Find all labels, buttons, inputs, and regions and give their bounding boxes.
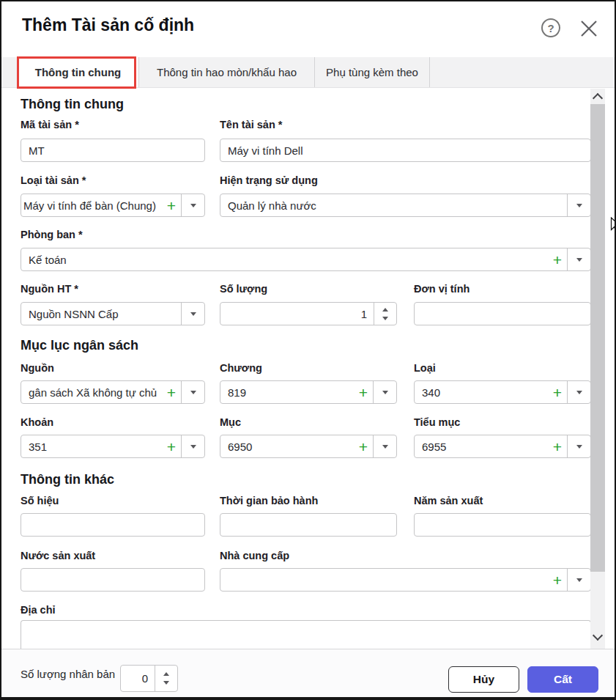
asset-name-label: Tên tài sản * bbox=[220, 119, 282, 130]
spin-up-icon[interactable] bbox=[163, 672, 169, 676]
asset-type-value: Máy vi tính để bàn (Chung) bbox=[23, 199, 156, 212]
supplier-value bbox=[220, 569, 550, 591]
add-asset-type-icon[interactable]: + bbox=[164, 194, 181, 216]
asset-type-combo[interactable]: Máy vi tính để bàn (Chung) + bbox=[21, 194, 205, 217]
usage-status-combo[interactable]: Quản lý nhà nước bbox=[220, 194, 591, 217]
chevron-down-icon[interactable] bbox=[373, 381, 396, 403]
help-icon[interactable]: ? bbox=[541, 18, 560, 37]
add-budget-source-icon[interactable]: + bbox=[164, 381, 181, 403]
chevron-down-icon[interactable] bbox=[567, 194, 590, 216]
budget-subitem-value: 6955 bbox=[415, 435, 550, 457]
budget-chapter-label: Chương bbox=[220, 362, 262, 374]
warranty-period-label: Thời gian bảo hành bbox=[220, 495, 318, 506]
mouse-cursor bbox=[610, 217, 616, 233]
quantity-input[interactable] bbox=[220, 303, 374, 325]
manufacture-year-input[interactable] bbox=[414, 513, 591, 537]
address-input[interactable] bbox=[21, 620, 591, 649]
tab-depreciation-info[interactable]: Thông tin hao mòn/khấu hao bbox=[139, 57, 315, 87]
supplier-combo[interactable]: + bbox=[220, 568, 591, 592]
budget-item-label: Mục bbox=[220, 416, 241, 428]
budget-clause-combo[interactable]: 351 + bbox=[21, 435, 205, 458]
section-heading-other: Thông tin khác bbox=[21, 472, 114, 487]
section-heading-general: Thông tin chung bbox=[21, 97, 124, 112]
budget-clause-label: Khoản bbox=[21, 416, 53, 428]
manufacture-year-label: Năm sản xuất bbox=[414, 495, 483, 506]
chevron-down-icon[interactable] bbox=[567, 381, 590, 403]
chevron-down-icon[interactable] bbox=[567, 435, 590, 457]
budget-category-value: 340 bbox=[415, 381, 550, 403]
tab-accessories[interactable]: Phụ tùng kèm theo bbox=[315, 57, 430, 87]
funding-source-combo[interactable]: Nguồn NSNN Cấp bbox=[21, 302, 205, 325]
scroll-down-icon[interactable] bbox=[593, 630, 603, 641]
supplier-label: Nhà cung cấp bbox=[220, 550, 289, 561]
budget-clause-value: 351 bbox=[21, 435, 164, 457]
add-supplier-icon[interactable]: + bbox=[550, 569, 567, 591]
department-combo[interactable]: Kế toán + bbox=[21, 248, 591, 271]
asset-code-input[interactable] bbox=[21, 139, 205, 162]
chevron-down-icon[interactable] bbox=[373, 435, 396, 457]
cancel-button[interactable]: Hủy bbox=[448, 666, 519, 693]
manufacture-country-input[interactable] bbox=[21, 568, 205, 592]
address-label: Địa chỉ bbox=[21, 604, 56, 616]
add-budget-clause-icon[interactable]: + bbox=[164, 435, 181, 457]
quantity-stepper[interactable] bbox=[220, 302, 397, 325]
budget-subitem-label: Tiểu mục bbox=[414, 416, 460, 428]
clone-count-label: Số lượng nhân bản bbox=[21, 649, 115, 699]
add-budget-item-icon[interactable]: + bbox=[356, 435, 373, 457]
budget-chapter-combo[interactable]: 819 + bbox=[220, 380, 397, 404]
asset-type-label: Loại tài sản * bbox=[21, 174, 86, 186]
add-budget-category-icon[interactable]: + bbox=[550, 381, 567, 403]
save-button[interactable]: Cất bbox=[527, 666, 598, 693]
add-budget-subitem-icon[interactable]: + bbox=[550, 435, 567, 457]
chevron-down-icon[interactable] bbox=[181, 381, 204, 403]
chevron-down-icon[interactable] bbox=[567, 569, 590, 591]
unit-input[interactable] bbox=[414, 302, 591, 325]
page-title: Thêm Tài sản cố định bbox=[22, 15, 194, 35]
budget-item-combo[interactable]: 6950 + bbox=[220, 435, 397, 458]
serial-number-input[interactable] bbox=[21, 513, 205, 537]
manufacture-country-label: Nước sản xuất bbox=[21, 550, 95, 561]
department-value: Kế toán bbox=[21, 248, 550, 270]
budget-source-value: gân sách Xã không tự chủ bbox=[21, 381, 164, 403]
add-budget-chapter-icon[interactable]: + bbox=[356, 381, 373, 403]
add-fixed-asset-dialog: Thêm Tài sản cố định ? Thông tin chung T… bbox=[0, 0, 616, 700]
budget-source-combo[interactable]: gân sách Xã không tự chủ + bbox=[21, 380, 205, 404]
usage-status-label: Hiện trạng sử dụng bbox=[220, 174, 318, 186]
funding-source-value: Nguồn NSNN Cấp bbox=[21, 303, 181, 325]
chevron-down-icon[interactable] bbox=[181, 194, 204, 216]
tab-bar: Thông tin chung Thông tin hao mòn/khấu h… bbox=[1, 57, 615, 88]
chevron-down-icon[interactable] bbox=[181, 303, 204, 325]
chevron-down-icon[interactable] bbox=[567, 248, 590, 270]
clone-count-input[interactable] bbox=[121, 666, 155, 691]
close-icon[interactable] bbox=[579, 19, 598, 38]
budget-category-label: Loại bbox=[414, 362, 436, 374]
spin-up-icon[interactable] bbox=[382, 308, 388, 312]
budget-chapter-value: 819 bbox=[220, 381, 356, 403]
funding-source-label: Nguồn HT * bbox=[21, 283, 78, 295]
budget-source-label: Nguồn bbox=[21, 362, 54, 374]
clone-count-stepper[interactable] bbox=[120, 665, 178, 692]
chevron-down-icon[interactable] bbox=[181, 435, 204, 457]
department-label: Phòng ban * bbox=[21, 229, 83, 240]
scrollbar-thumb[interactable] bbox=[590, 104, 605, 572]
spin-down-icon[interactable] bbox=[163, 681, 169, 685]
vertical-scrollbar[interactable] bbox=[590, 89, 605, 649]
warranty-period-input[interactable] bbox=[220, 513, 397, 537]
serial-number-label: Số hiệu bbox=[21, 495, 59, 506]
section-heading-budget: Mục lục ngân sách bbox=[21, 338, 138, 353]
spin-down-icon[interactable] bbox=[382, 317, 388, 320]
asset-code-label: Mã tài sản * bbox=[21, 119, 79, 130]
budget-item-value: 6950 bbox=[220, 435, 356, 457]
unit-label: Đơn vị tính bbox=[414, 283, 470, 295]
quantity-label: Số lượng bbox=[220, 283, 267, 295]
tab-general-info[interactable]: Thông tin chung bbox=[18, 57, 139, 87]
scroll-up-icon[interactable] bbox=[593, 93, 603, 103]
usage-status-value: Quản lý nhà nước bbox=[220, 194, 567, 216]
dialog-footer: Số lượng nhân bản Hủy Cất bbox=[1, 649, 615, 699]
add-department-icon[interactable]: + bbox=[550, 248, 567, 270]
budget-category-combo[interactable]: 340 + bbox=[414, 380, 591, 404]
asset-name-input[interactable] bbox=[220, 139, 591, 162]
budget-subitem-combo[interactable]: 6955 + bbox=[414, 435, 591, 458]
